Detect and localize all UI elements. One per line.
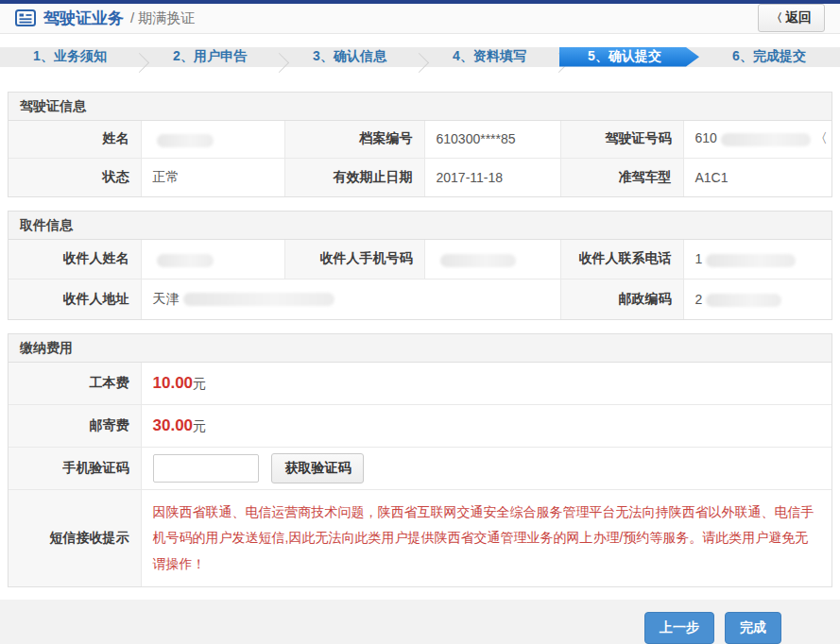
- field-label-recipient-phone: 收件人联系电话: [560, 240, 683, 280]
- step-3-confirm-info[interactable]: 3、确认信息: [280, 47, 420, 67]
- back-button[interactable]: 〈 返回: [758, 4, 825, 32]
- finish-button[interactable]: 完成: [725, 612, 781, 644]
- license-card-icon: [15, 9, 36, 26]
- license-info-section-title: 驾驶证信息: [9, 93, 831, 121]
- license-info-section: 驾驶证信息 姓名 档案编号 610300****85 驾驶证号码 610〈 状态…: [8, 92, 832, 197]
- field-value-mailing-fee: 30.00元: [141, 405, 831, 448]
- production-fee-unit: 元: [193, 376, 206, 391]
- sms-code-cell: 获取验证码: [141, 448, 831, 490]
- license-number-prefix: 610: [695, 130, 717, 145]
- table-row: 姓名 档案编号 610300****85 驾驶证号码 610〈: [9, 121, 831, 159]
- production-fee-amount: 10.00: [153, 374, 194, 392]
- address-prefix: 天津: [153, 291, 180, 306]
- field-value-recipient-name: [141, 240, 284, 280]
- field-value-recipient-phone: 1: [683, 240, 831, 280]
- field-label-expiry-date: 有效期止日期: [284, 159, 424, 196]
- field-label-license-number: 驾驶证号码: [560, 121, 683, 159]
- field-label-recipient-address: 收件人地址: [9, 280, 141, 319]
- step-2-user-declaration[interactable]: 2、用户申告: [140, 47, 280, 67]
- phone-prefix: 1: [695, 251, 703, 266]
- license-info-table: 姓名 档案编号 610300****85 驾驶证号码 610〈 状态 正常 有效…: [9, 121, 831, 196]
- table-row: 工本费 10.00元: [9, 363, 831, 405]
- pickup-info-table: 收件人姓名 收件人手机号码 收件人联系电话 1 收件人地址 天津 邮政编码 2: [9, 240, 831, 319]
- field-value-expiry-date: 2017-11-18: [424, 159, 560, 196]
- field-label-recipient-mobile: 收件人手机号码: [284, 240, 424, 280]
- field-value-name: [141, 121, 284, 159]
- field-label-status: 状态: [9, 159, 141, 196]
- redacted-value: [706, 294, 781, 307]
- field-label-recipient-name: 收件人姓名: [9, 240, 141, 280]
- field-value-status: 正常: [141, 159, 284, 196]
- step-4-fill-data[interactable]: 4、资料填写: [420, 47, 559, 67]
- redacted-value: [706, 254, 796, 267]
- mailing-fee-amount: 30.00: [153, 416, 194, 434]
- field-value-production-fee: 10.00元: [141, 363, 831, 405]
- previous-step-button[interactable]: 上一步: [644, 612, 714, 644]
- pickup-info-section-title: 取件信息: [9, 212, 831, 240]
- breadcrumb-current: / 期满换证: [130, 9, 195, 27]
- redacted-value: [157, 254, 214, 267]
- field-label-vehicle-class: 准驾车型: [560, 159, 683, 196]
- field-value-vehicle-class: A1C1: [683, 159, 831, 196]
- field-label-sms-code: 手机验证码: [9, 448, 141, 490]
- field-value-file-number: 610300****85: [424, 121, 560, 159]
- field-label-mailing-fee: 邮寄费: [9, 405, 141, 448]
- table-row: 状态 正常 有效期止日期 2017-11-18 准驾车型 A1C1: [9, 159, 831, 196]
- postal-prefix: 2: [695, 292, 703, 307]
- get-sms-code-button[interactable]: 获取验证码: [271, 453, 364, 483]
- field-value-license-number: 610〈: [683, 121, 831, 159]
- sms-code-input[interactable]: [153, 454, 259, 483]
- table-row: 收件人地址 天津 邮政编码 2: [9, 280, 831, 319]
- page-header: 驾驶证业务 / 期满换证 〈 返回: [0, 4, 840, 34]
- redacted-value: [440, 254, 516, 267]
- table-row: 短信接收提示 因陕西省联通、电信运营商技术问题，陕西省互联网交通安全综合服务管理…: [9, 490, 831, 586]
- step-progress-bar: 1、业务须知 2、用户申告 3、确认信息 4、资料填写 5、确认提交 6、完成提…: [0, 47, 840, 67]
- table-row: 邮寄费 30.00元: [9, 405, 831, 448]
- step-1-business-notice[interactable]: 1、业务须知: [0, 47, 140, 67]
- sms-notice-cell: 因陕西省联通、电信运营商技术问题，陕西省互联网交通安全综合服务管理平台无法向持陕…: [141, 490, 831, 586]
- license-number-suffix: 〈: [814, 130, 828, 145]
- field-value-recipient-mobile: [424, 240, 560, 280]
- pickup-info-section: 取件信息 收件人姓名 收件人手机号码 收件人联系电话 1 收件人地址 天津: [8, 211, 832, 320]
- back-button-label: 返回: [785, 9, 812, 26]
- field-value-postal-code: 2: [683, 280, 831, 319]
- step-6-complete-submit[interactable]: 6、完成提交: [699, 47, 839, 67]
- step-5-confirm-submit[interactable]: 5、确认提交: [559, 47, 699, 67]
- field-label-name: 姓名: [9, 121, 141, 159]
- redacted-value: [721, 133, 811, 146]
- redacted-value: [183, 293, 334, 306]
- page-title: 驾驶证业务: [43, 8, 124, 29]
- fees-table: 工本费 10.00元 邮寄费 30.00元 手机验证码 获取验证码 短信接收提: [9, 363, 831, 586]
- field-label-file-number: 档案编号: [284, 121, 424, 159]
- field-value-recipient-address: 天津: [141, 280, 560, 319]
- redacted-value: [157, 134, 214, 147]
- fees-section: 缴纳费用 工本费 10.00元 邮寄费 30.00元 手机验证码 获取验证码: [8, 333, 832, 587]
- table-row: 手机验证码 获取验证码: [9, 448, 831, 490]
- fees-section-title: 缴纳费用: [9, 334, 831, 363]
- footer-action-bar: 上一步 完成: [0, 600, 840, 644]
- chevron-left-icon: 〈: [771, 10, 782, 26]
- mailing-fee-unit: 元: [193, 418, 206, 433]
- field-label-production-fee: 工本费: [9, 363, 141, 405]
- field-label-postal-code: 邮政编码: [560, 280, 683, 319]
- table-row: 收件人姓名 收件人手机号码 收件人联系电话 1: [9, 240, 831, 280]
- field-label-sms-notice: 短信接收提示: [9, 490, 141, 586]
- sms-notice-text: 因陕西省联通、电信运营商技术问题，陕西省互联网交通安全综合服务管理平台无法向持陕…: [153, 500, 819, 577]
